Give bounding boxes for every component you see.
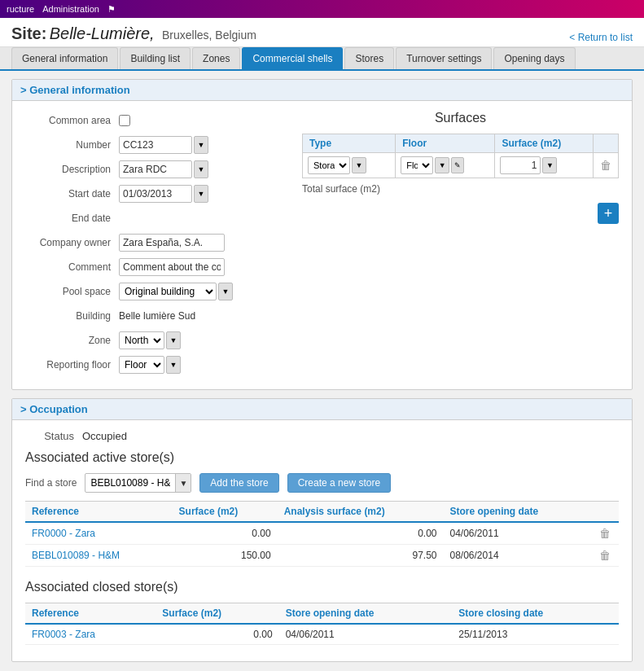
active-col-surface: Surface (m2)	[173, 502, 278, 523]
start-date-label: Start date	[25, 188, 119, 200]
reporting-floor-value: Floor 1 ▼	[119, 356, 181, 374]
surface-type-cell: Storag ▼	[303, 153, 396, 178]
surface-type-dd[interactable]: ▼	[352, 157, 366, 173]
surface-value-cell: ▼	[495, 153, 594, 178]
surface-floor-dd[interactable]: ▼	[435, 157, 449, 173]
active-store-ref-0[interactable]: FR0000 - Zara	[32, 528, 95, 539]
top-bar: ructure Administration ⚑	[0, 0, 644, 18]
surface-floor-edit[interactable]: ✎	[451, 157, 464, 173]
surface-row: Storag ▼ Floo	[303, 153, 619, 178]
active-store-analysis-0: 0.00	[278, 522, 444, 545]
surface-floor-select[interactable]: Floo	[401, 156, 433, 174]
surface-delete-btn[interactable]: 🗑	[598, 159, 613, 172]
active-store-opening-0: 04/06/2011	[444, 522, 592, 545]
store-search-dropdown[interactable]: ▼	[175, 474, 191, 492]
tab-opening-days[interactable]: Opening days	[493, 47, 575, 69]
tab-commercial-shells[interactable]: Commercial shells	[242, 47, 343, 69]
number-dropdown[interactable]: ▼	[194, 136, 208, 154]
active-stores-title: Associated active store(s)	[25, 450, 619, 465]
store-search-input[interactable]	[85, 475, 175, 491]
general-info-header[interactable]: > General information	[12, 80, 632, 101]
surface-floor-cell: Floo ▼ ✎	[396, 153, 495, 178]
active-delete-btn-0[interactable]: 🗑	[598, 527, 612, 540]
start-date-dropdown[interactable]: ▼	[194, 185, 208, 203]
form-grid: Common area Number ▼ Description	[25, 111, 619, 379]
zone-value: North ▼	[119, 331, 181, 349]
occupation-body: Status Occupied Associated active store(…	[12, 420, 632, 661]
end-date-row: End date	[25, 208, 286, 228]
surface-value-dd[interactable]: ▼	[542, 157, 557, 173]
store-finder-input: ▼	[85, 473, 191, 493]
occupation-section: > Occupation Status Occupied Associated …	[11, 398, 633, 662]
surface-value-input[interactable]	[500, 156, 541, 174]
comment-value	[119, 258, 225, 276]
active-store-ref-1[interactable]: BEBL010089 - H&M	[32, 550, 120, 561]
site-name: Belle-Lumière,	[50, 24, 155, 42]
main-content: > General information Common area Number	[0, 71, 644, 671]
col-actions	[594, 134, 619, 153]
description-value: ▼	[119, 160, 208, 178]
reporting-floor-row: Reporting floor Floor 1 ▼	[25, 355, 286, 375]
reporting-floor-label: Reporting floor	[25, 359, 119, 371]
active-store-delete-1: 🗑	[591, 545, 619, 567]
pool-space-dropdown[interactable]: ▼	[218, 283, 233, 300]
add-surface-btn[interactable]: +	[598, 203, 619, 224]
active-col-analysis: Analysis surface (m2)	[278, 502, 444, 523]
col-type: Type	[303, 134, 396, 153]
closed-store-surface-0: 0.00	[156, 624, 278, 645]
admin-label: Administration	[42, 4, 99, 14]
occupation-header[interactable]: > Occupation	[12, 399, 632, 420]
add-store-btn[interactable]: Add the store	[199, 473, 278, 493]
pool-space-select[interactable]: Original building	[119, 283, 217, 300]
page-header: Site: Belle-Lumière, Bruxelles, Belgium …	[0, 18, 644, 47]
tab-building-list[interactable]: Building list	[120, 47, 191, 69]
occupation-title: > Occupation	[20, 403, 88, 415]
company-owner-input[interactable]	[119, 234, 225, 252]
zone-label: Zone	[25, 335, 119, 346]
tab-turnover-settings[interactable]: Turnover settings	[396, 47, 492, 69]
zone-dropdown[interactable]: ▼	[166, 331, 181, 349]
closed-store-closing-0: 25/11/2013	[452, 624, 619, 645]
reporting-floor-select[interactable]: Floor 1	[119, 356, 164, 374]
col-floor: Floor	[396, 134, 495, 153]
company-owner-row: Company owner	[25, 233, 286, 252]
description-label: Description	[25, 164, 119, 175]
table-row: FR0003 - Zara 0.00 04/06/2011 25/11/2013	[25, 624, 619, 645]
create-store-btn[interactable]: Create a new store	[287, 473, 391, 493]
end-date-label: End date	[25, 213, 119, 224]
pool-space-value: Original building ▼	[119, 283, 233, 300]
comment-input[interactable]	[119, 258, 225, 276]
tabs-bar: General information Building list Zones …	[0, 47, 644, 71]
building-value: Belle lumière Sud	[119, 310, 195, 322]
active-stores-table: Reference Surface (m2) Analysis surface …	[25, 501, 619, 567]
pool-space-row: Pool space Original building ▼	[25, 282, 286, 301]
number-input[interactable]	[119, 136, 192, 154]
zone-select[interactable]: North	[119, 331, 164, 349]
active-col-ref: Reference	[25, 502, 173, 523]
closed-col-opening: Store opening date	[279, 603, 453, 625]
start-date-input[interactable]	[119, 185, 192, 203]
tab-stores[interactable]: Stores	[344, 47, 394, 69]
flag-icon: ⚑	[107, 4, 116, 15]
common-area-label: Common area	[25, 115, 119, 126]
description-dropdown[interactable]: ▼	[194, 160, 208, 178]
closed-col-ref: Reference	[25, 603, 156, 625]
total-surface: Total surface (m2)	[302, 183, 619, 195]
active-delete-btn-1[interactable]: 🗑	[598, 549, 612, 562]
reporting-floor-dropdown[interactable]: ▼	[166, 356, 181, 374]
active-store-opening-1: 08/06/2014	[444, 545, 592, 567]
number-value: ▼	[119, 136, 208, 154]
surface-type-select[interactable]: Storag	[308, 156, 350, 174]
tab-general-information[interactable]: General information	[11, 47, 118, 69]
return-link[interactable]: < Return to list	[569, 32, 633, 43]
tab-zones[interactable]: Zones	[192, 47, 240, 69]
status-row: Status Occupied	[25, 430, 619, 442]
description-row: Description ▼	[25, 160, 286, 179]
description-input[interactable]	[119, 160, 192, 178]
zone-row: Zone North ▼	[25, 331, 286, 350]
active-store-surface-1: 150.00	[173, 545, 278, 567]
closed-store-ref-0[interactable]: FR0003 - Zara	[32, 629, 95, 640]
closed-stores-table: Reference Surface (m2) Store opening dat…	[25, 603, 619, 645]
status-value: Occupied	[82, 430, 127, 442]
common-area-checkbox[interactable]	[119, 115, 130, 126]
